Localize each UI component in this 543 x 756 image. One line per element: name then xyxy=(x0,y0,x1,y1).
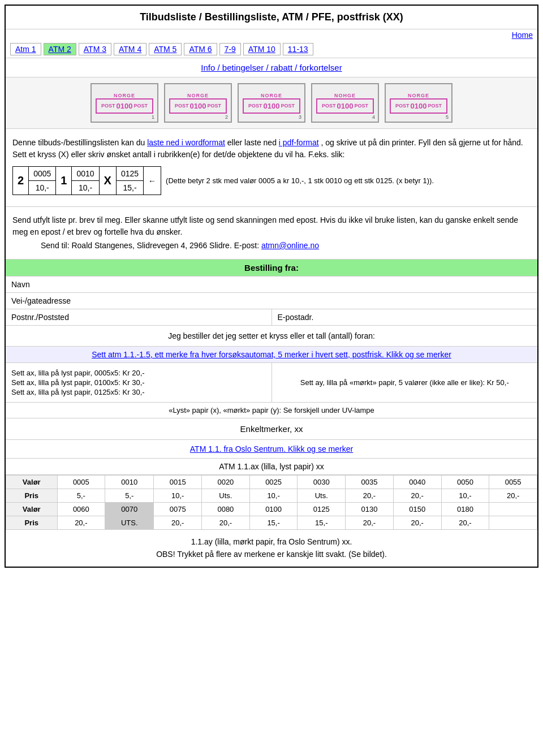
footer-line1: 1.1.ay (lilla, mørkt papir, fra Oslo Sen… xyxy=(11,535,532,548)
price-val-0050: 0050 xyxy=(441,476,489,489)
price-val-0020: 0020 xyxy=(202,476,250,489)
price-val-0010: 0010 xyxy=(105,476,154,489)
stamp-3: NORGE POST 0100 POST 3 xyxy=(238,83,305,123)
nav-atm2[interactable]: ATM 2 xyxy=(44,43,76,55)
example-val1-bot: 10,- xyxy=(29,181,56,195)
form-vei-row: Vei-/gateadresse xyxy=(6,293,537,309)
stamp-4: NOHGE POST 0100 POST 4 xyxy=(311,83,379,123)
pdf-link[interactable]: i pdf-format xyxy=(279,138,319,147)
stamp-1: NORGE POST 0100 POST 1 xyxy=(90,83,158,123)
price-table: Valør 0005 0010 0015 0020 0025 0030 0035… xyxy=(6,475,537,530)
form-navn-row: Navn xyxy=(6,277,537,293)
order-section: Send utfylt liste pr. brev til meg. Elle… xyxy=(6,207,537,260)
nav-11-13[interactable]: 11-13 xyxy=(283,43,313,55)
stamp-row: NORGE POST 0100 POST 1 NORGE POST 0100 P… xyxy=(6,77,537,129)
form-epost-label: E-postadr. xyxy=(278,313,314,322)
form-epost-right: E-postadr. xyxy=(272,309,538,325)
example-arrow: ← xyxy=(144,167,161,195)
info-link-row: Info / betingelser / rabatt / forkortels… xyxy=(6,58,537,77)
price-val-0025: 0025 xyxy=(249,476,298,489)
atm-link-row: ATM 1.1. fra Oslo Sentrum. Klikk og se m… xyxy=(6,440,537,459)
footer-line2: OBS! Trykket på flere av merkene er kans… xyxy=(11,548,532,560)
sett-link[interactable]: Sett atm 1.1.-1.5, ett merke fra hver fo… xyxy=(92,350,451,359)
example-val3-top: 0125 xyxy=(116,167,143,181)
intro-text1: Denne tilbuds-/bestillingslisten kan du xyxy=(12,138,145,147)
order-note: Jeg bestiller det jeg setter et kryss el… xyxy=(6,326,537,347)
price-val-0035: 0035 xyxy=(346,476,394,489)
wordformat-link[interactable]: laste ned i wordformat xyxy=(147,138,225,147)
home-link-row: Home xyxy=(6,29,537,41)
enkelt-row: Enkeltmerker, xx xyxy=(6,418,537,440)
sett-link-row: Sett atm 1.1.-1.5, ett merke fra hver fo… xyxy=(6,347,537,363)
uv-row: «Lyst» papir (x), «mørkt» papir (y): Se … xyxy=(6,403,537,418)
main-container: Tilbudsliste / Bestillingsliste, ATM / P… xyxy=(5,5,538,568)
form-postnr-label: Postnr./Poststed xyxy=(11,313,69,322)
stamp-2: NORGE POST 0100 POST 2 xyxy=(164,83,232,123)
form-postnr-left: Postnr./Poststed xyxy=(6,309,272,325)
nav-atm6[interactable]: ATM 6 xyxy=(184,43,217,55)
valor-label-1: Valør xyxy=(6,476,58,489)
sett-left-line3: Sett ax, lilla på lyst papir, 0125x5: Kr… xyxy=(11,388,266,396)
example-val1-top: 0005 xyxy=(29,167,56,181)
table-row: Pris 20,- UTS. 20,- 20,- 15,- 15,- 20,- … xyxy=(6,516,537,530)
example-desc: (Dette betyr 2 stk med valør 0005 a kr 1… xyxy=(161,167,439,195)
send-text: Send utfylt liste pr. brev til meg. Elle… xyxy=(12,214,531,238)
form-postnr-row: Postnr./Poststed E-postadr. xyxy=(6,309,537,326)
send-address: Send til: Roald Stangenes, Slidrevegen 4… xyxy=(41,241,259,250)
form-navn-label: Navn xyxy=(11,280,30,289)
footer-note: 1.1.ay (lilla, mørkt papir, fra Oslo Sen… xyxy=(6,530,537,567)
stamp-5: NORGE POST 0100 POST 5 xyxy=(385,83,453,123)
home-link[interactable]: Home xyxy=(512,31,533,40)
example-val3-bot: 15,- xyxy=(116,181,143,195)
nav-atm10[interactable]: ATM 10 xyxy=(243,43,281,55)
pris-0070-highlight: UTS. xyxy=(105,516,154,530)
price-val-0030: 0030 xyxy=(298,476,346,489)
info-link[interactable]: Info / betingelser / rabatt / forkortels… xyxy=(201,63,342,72)
form-vei-label: Vei-/gateadresse xyxy=(11,296,71,305)
intro-section: Denne tilbuds-/bestillingslisten kan du … xyxy=(6,129,537,207)
sett-left: Sett ax, lilla på lyst papir, 0005x5: Kr… xyxy=(6,363,272,402)
pris-label-1: Pris xyxy=(6,489,58,503)
intro-mid: eller laste ned xyxy=(227,138,277,147)
page-title: Tilbudsliste / Bestillingsliste, ATM / P… xyxy=(6,6,537,29)
example-num1: 2 xyxy=(13,167,29,195)
price-val-0040: 0040 xyxy=(393,476,441,489)
example-val2-bot: 10,- xyxy=(72,181,99,195)
price-val-0055: 0055 xyxy=(489,476,537,489)
atm-link[interactable]: ATM 1.1. fra Oslo Sentrum. Klikk og se m… xyxy=(190,444,353,453)
example-num2: 1 xyxy=(56,167,72,195)
sett-left-line1: Sett ax, lilla på lyst papir, 0005x5: Kr… xyxy=(11,369,266,377)
table-row: Valør 0005 0010 0015 0020 0025 0030 0035… xyxy=(6,476,537,489)
example-x: X xyxy=(99,167,116,195)
email-link[interactable]: atmn@online.no xyxy=(261,241,319,250)
table-row: Valør 0060 0070 0075 0080 0100 0125 0130… xyxy=(6,503,537,516)
nav-atm3[interactable]: ATM 3 xyxy=(79,43,111,55)
nav-7-9[interactable]: 7-9 xyxy=(219,43,241,55)
example-val2-top: 0010 xyxy=(72,167,99,181)
nav-row: Atm 1 ATM 2 ATM 3 ATM 4 ATM 5 ATM 6 7-9 … xyxy=(6,41,537,58)
valor-0070-highlight: 0070 xyxy=(105,503,154,516)
nav-atm1[interactable]: Atm 1 xyxy=(10,43,41,55)
price-val-0005: 0005 xyxy=(57,476,105,489)
price-val-0015: 0015 xyxy=(154,476,202,489)
nav-atm4[interactable]: ATM 4 xyxy=(114,43,146,55)
bestilling-header: Bestilling fra: xyxy=(6,260,537,277)
table-row: Pris 5,- 5,- 10,- Uts. 10,- Uts. 20,- 20… xyxy=(6,489,537,503)
atm-subtitle: ATM 1.1.ax (lilla, lyst papir) xx xyxy=(6,459,537,475)
sett-products: Sett ax, lilla på lyst papir, 0005x5: Kr… xyxy=(6,363,537,403)
sett-left-line2: Sett ax, lilla på lyst papir, 0100x5: Kr… xyxy=(11,378,266,387)
valor-label-2: Valør xyxy=(6,503,58,516)
nav-atm5[interactable]: ATM 5 xyxy=(149,43,182,55)
example-table: 2 0005 1 0010 X 0125 ← (Dette betyr 2 st… xyxy=(12,166,438,195)
sett-right: Sett ay, lilla på «mørkt» papir, 5 valør… xyxy=(272,363,538,402)
pris-label-2: Pris xyxy=(6,516,58,530)
